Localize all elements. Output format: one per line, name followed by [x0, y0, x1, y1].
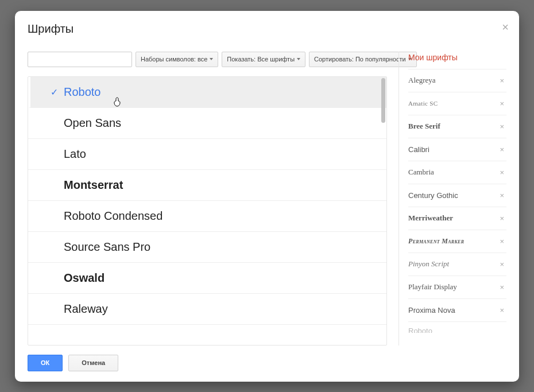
remove-font-icon[interactable]: × — [497, 237, 506, 246]
remove-font-icon[interactable]: × — [497, 168, 506, 177]
remove-font-icon[interactable]: × — [497, 283, 506, 292]
font-item-label: Roboto — [64, 86, 101, 99]
font-list[interactable]: ✓Roboto✓Open Sans✓Lato✓Montserrat✓Roboto… — [28, 77, 386, 345]
my-font-label: Playfair Display — [408, 282, 457, 292]
my-font-item[interactable]: Proxima Nova× — [408, 298, 506, 321]
font-item[interactable]: ✓Oswald — [28, 263, 386, 294]
remove-font-icon[interactable]: × — [497, 191, 506, 200]
font-item-label: Raleway — [64, 302, 108, 316]
remove-font-icon[interactable]: × — [497, 122, 506, 131]
my-font-item[interactable]: Pinyon Script× — [408, 253, 506, 275]
check-icon: ✓ — [44, 87, 64, 98]
font-item[interactable]: ✓Raleway — [28, 294, 386, 325]
my-font-item[interactable]: Playfair Display× — [408, 275, 506, 298]
font-item[interactable]: ✓Roboto Condensed — [28, 201, 386, 232]
font-item-label: Oswald — [64, 271, 105, 285]
my-font-label: Permanent Marker — [408, 237, 464, 246]
my-fonts-title: Мои шрифты — [408, 52, 506, 62]
font-item-label: Montserrat — [64, 178, 123, 192]
charset-filter-label: Наборы символов: все — [141, 56, 207, 63]
my-font-item[interactable]: Roboto — [408, 321, 506, 333]
font-item-label: Roboto Condensed — [64, 209, 162, 223]
ok-button[interactable]: ОК — [28, 355, 63, 371]
fonts-dialog: Шрифты × Наборы символов: все Показать: … — [15, 11, 519, 382]
my-font-label: Century Gothic — [408, 191, 458, 200]
my-fonts-list: Alegreya×Amatic SC×Bree Serif×Calibri×Ca… — [408, 69, 506, 346]
my-font-item[interactable]: Calibri× — [408, 138, 506, 161]
show-filter-button[interactable]: Показать: Все шрифты — [222, 52, 305, 67]
sort-filter-label: Сортировать: По популярности — [314, 56, 406, 63]
charset-filter-button[interactable]: Наборы символов: все — [136, 52, 218, 67]
close-icon[interactable]: × — [502, 21, 509, 33]
font-item-label: Open Sans — [64, 117, 121, 130]
cancel-button[interactable]: Отмена — [68, 355, 118, 371]
font-list-container: ✓Roboto✓Open Sans✓Lato✓Montserrat✓Roboto… — [28, 76, 387, 346]
my-font-label: Amatic SC — [408, 100, 438, 107]
my-font-label: Calibri — [408, 145, 429, 154]
my-font-item[interactable]: Permanent Marker× — [408, 230, 506, 253]
my-font-label: Merriweather — [408, 214, 453, 223]
remove-font-icon[interactable]: × — [497, 214, 506, 223]
dialog-footer: ОК Отмена — [28, 346, 506, 371]
my-font-item[interactable]: Century Gothic× — [408, 184, 506, 207]
filter-bar: Наборы символов: все Показать: Все шрифт… — [28, 52, 387, 67]
my-font-item[interactable]: Bree Serif× — [408, 115, 506, 138]
font-item[interactable]: ✓Lato — [28, 139, 386, 170]
font-item[interactable]: ✓Montserrat — [28, 170, 386, 201]
chevron-down-icon — [297, 58, 300, 60]
my-font-label: Roboto — [408, 327, 432, 333]
my-font-item[interactable]: Merriweather× — [408, 207, 506, 230]
dialog-title: Шрифты — [28, 22, 506, 36]
chevron-down-icon — [210, 58, 213, 60]
font-item[interactable]: ✓Source Sans Pro — [28, 232, 386, 263]
my-font-label: Bree Serif — [408, 122, 440, 131]
show-filter-label: Показать: Все шрифты — [227, 56, 295, 63]
my-font-label: Pinyon Script — [408, 259, 449, 269]
my-font-label: Alegreya — [408, 76, 436, 85]
dialog-content: Наборы символов: все Показать: Все шрифт… — [28, 52, 506, 346]
font-item-label: Lato — [64, 148, 86, 161]
scrollbar-thumb[interactable] — [381, 78, 385, 123]
remove-font-icon[interactable]: × — [497, 145, 506, 154]
font-item-label: Source Sans Pro — [64, 240, 150, 254]
search-input[interactable] — [28, 52, 132, 67]
remove-font-icon[interactable]: × — [497, 260, 506, 269]
font-item[interactable]: ✓Open Sans — [28, 108, 386, 139]
left-panel: Наборы символов: все Показать: Все шрифт… — [28, 52, 387, 346]
my-font-label: Proxima Nova — [408, 306, 455, 315]
remove-font-icon[interactable]: × — [497, 99, 506, 108]
my-fonts-panel: Мои шрифты Alegreya×Amatic SC×Bree Serif… — [398, 52, 506, 346]
font-item[interactable]: ✓Roboto — [28, 77, 386, 108]
remove-font-icon[interactable]: × — [497, 306, 506, 315]
my-font-item[interactable]: Alegreya× — [408, 69, 506, 92]
my-font-item[interactable]: Cambria× — [408, 161, 506, 184]
my-font-label: Cambria — [408, 168, 434, 177]
remove-font-icon[interactable]: × — [497, 76, 506, 85]
my-font-item[interactable]: Amatic SC× — [408, 92, 506, 115]
